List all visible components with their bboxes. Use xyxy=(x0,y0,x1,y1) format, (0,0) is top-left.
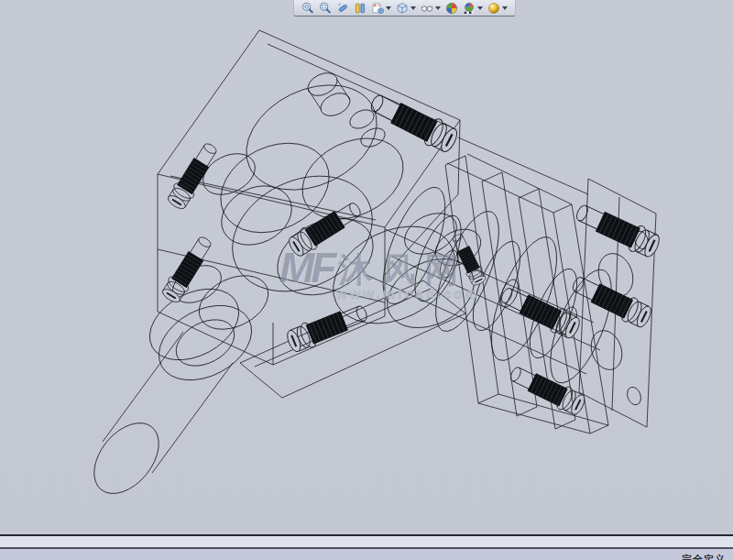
zoom-to-area-icon xyxy=(319,2,332,15)
section-view-icon xyxy=(354,2,366,15)
previous-view-icon xyxy=(336,2,349,15)
application-window: MF 沐风网 www.mfcad.com 完全定义 xyxy=(0,0,733,560)
view-orientation-icon xyxy=(371,2,384,15)
heads-up-toolbar xyxy=(293,0,516,16)
dropdown-arrow-icon[interactable] xyxy=(386,6,391,10)
zoom-to-area-button[interactable] xyxy=(317,1,334,16)
display-style-icon xyxy=(396,2,409,15)
hide-show-items-button[interactable] xyxy=(419,1,443,16)
status-text: 完全定义 xyxy=(682,553,726,560)
apply-scene-icon xyxy=(463,2,476,15)
lower-panel-band xyxy=(0,536,733,547)
hide-show-items-icon xyxy=(421,2,433,15)
view-orientation-button[interactable] xyxy=(369,1,393,16)
dropdown-arrow-icon[interactable] xyxy=(435,6,441,10)
dropdown-arrow-icon[interactable] xyxy=(477,6,483,10)
section-view-button[interactable] xyxy=(352,1,368,16)
apply-scene-button[interactable] xyxy=(461,1,485,16)
view-settings-button[interactable] xyxy=(486,1,509,16)
dropdown-arrow-icon[interactable] xyxy=(410,6,416,10)
status-bar: 完全定义 xyxy=(0,549,733,560)
zoom-to-fit-button[interactable] xyxy=(300,1,316,16)
wireframe-lines xyxy=(82,30,663,506)
edit-appearance-button[interactable] xyxy=(443,1,460,16)
previous-view-button[interactable] xyxy=(334,1,351,16)
zoom-to-fit-icon xyxy=(301,2,314,15)
model-wireframe[interactable] xyxy=(0,0,733,534)
dropdown-arrow-icon[interactable] xyxy=(502,6,508,10)
view-settings-icon xyxy=(487,2,500,15)
edit-appearance-icon xyxy=(445,2,458,15)
display-style-button[interactable] xyxy=(394,1,418,16)
graphics-viewport[interactable]: MF 沐风网 www.mfcad.com xyxy=(0,0,733,534)
